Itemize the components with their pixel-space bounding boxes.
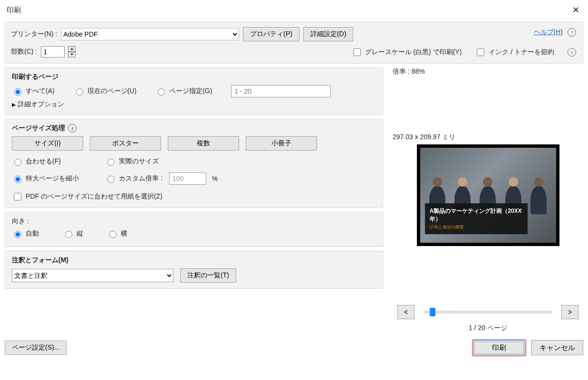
comments-select[interactable]: 文書と注釈 <box>12 269 174 282</box>
sizing-multiple-button[interactable]: 複数 <box>168 136 239 151</box>
grayscale-label: グレースケール (白黒) で印刷(Y) <box>365 48 462 57</box>
grayscale-checkbox[interactable]: グレースケール (白黒) で印刷(Y) <box>351 47 462 57</box>
print-button[interactable]: 印刷 <box>473 340 525 355</box>
page-setup-button[interactable]: ページ設定(S)... <box>5 341 67 355</box>
sizing-shrink-radio[interactable]: 特大ページを縮小 <box>12 174 105 183</box>
page-range-input[interactable] <box>231 85 331 97</box>
preview-caption-sub: 計画と進捗の概要 <box>430 224 523 230</box>
triangle-right-icon: ▶ <box>12 102 16 108</box>
percent-label: % <box>212 175 218 182</box>
preview-prev-button[interactable]: < <box>397 305 414 319</box>
pages-current-radio[interactable]: 現在のページ(U) <box>74 87 136 95</box>
save-ink-label: インク / トナーを節約 <box>489 48 554 57</box>
comments-panel: 注釈とフォーム(M) 文書と注釈 注釈の一覧(T) <box>5 251 383 289</box>
sizing-fit-radio[interactable]: 合わせる(F) <box>12 157 105 166</box>
slider-thumb-icon[interactable] <box>430 308 435 316</box>
page-sizing-panel: ページサイズ処理 i サイズ(I) ポスター 複数 小冊子 合わせる(F) <box>5 119 383 208</box>
orient-landscape-radio[interactable]: 横 <box>107 229 127 238</box>
preview-page-slider[interactable] <box>424 311 552 314</box>
printer-section: ヘルプ(H) ? プリンター(N) : Adobe PDF プロパティ(P) 詳… <box>5 22 583 64</box>
preview-scale-label: 倍率 : 88% <box>393 67 583 76</box>
pages-all-radio[interactable]: すべて(A) <box>12 87 55 95</box>
preview-next-button[interactable]: > <box>561 305 578 319</box>
orientation-heading: 向き : <box>12 217 376 226</box>
grayscale-checkbox-input[interactable] <box>353 48 361 56</box>
pages-advanced-toggle[interactable]: ▶ 詳細オプション <box>12 100 376 109</box>
sizing-heading: ページサイズ処理 <box>12 124 65 133</box>
pages-to-print-panel: 印刷するページ すべて(A) 現在のページ(U) ページ指定(G) <box>5 67 383 115</box>
sizing-actual-radio[interactable]: 実際のサイズ <box>105 157 376 166</box>
properties-button[interactable]: プロパティ(P) <box>243 27 299 41</box>
preview-dimensions: 297.03 x 209.97 ミリ <box>393 133 583 142</box>
save-ink-checkbox-input[interactable] <box>477 48 484 56</box>
cancel-button[interactable]: キャンセル <box>531 340 583 355</box>
dialog-title: 印刷 <box>7 6 21 15</box>
sizing-info-icon[interactable]: i <box>68 124 77 133</box>
match-paper-checkbox[interactable]: PDF のページサイズに合わせて用紙を選択(Z) <box>12 191 376 202</box>
copies-down-icon[interactable]: ▼ <box>68 52 76 57</box>
pages-heading: 印刷するページ <box>12 73 376 81</box>
custom-scale-input[interactable] <box>169 172 206 185</box>
preview-caption-title: A製品のマーケティング計画（20XX年） <box>430 207 523 223</box>
orient-auto-radio[interactable]: 自動 <box>12 229 39 238</box>
orient-portrait-radio[interactable]: 縦 <box>63 229 83 238</box>
sizing-poster-button[interactable]: ポスター <box>90 136 161 151</box>
printer-label: プリンター(N) : <box>11 30 57 38</box>
sizing-size-button[interactable]: サイズ(I) <box>12 136 83 151</box>
orientation-panel: 向き : 自動 縦 横 <box>5 212 383 247</box>
printer-select[interactable]: Adobe PDF <box>61 28 239 40</box>
print-preview: A製品のマーケティング計画（20XX年） 計画と進捗の概要 <box>417 144 559 246</box>
copies-label: 部数(C) : <box>11 48 37 56</box>
sizing-booklet-button[interactable]: 小冊子 <box>246 136 317 151</box>
ink-info-icon[interactable]: i <box>568 48 576 57</box>
help-info-icon[interactable]: ? <box>568 28 576 37</box>
preview-page-counter: 1 / 20 ページ <box>393 324 583 332</box>
preview-caption: A製品のマーケティング計画（20XX年） 計画と進捗の概要 <box>425 203 528 234</box>
comments-summary-button[interactable]: 注釈の一覧(T) <box>180 268 236 283</box>
save-ink-checkbox[interactable]: インク / トナーを節約 <box>475 47 554 57</box>
copies-up-icon[interactable]: ▲ <box>68 46 76 52</box>
advanced-settings-button[interactable]: 詳細設定(D) <box>303 27 353 41</box>
comments-heading: 注釈とフォーム(M) <box>12 256 376 265</box>
help-link[interactable]: ヘルプ(H) <box>534 28 563 37</box>
copies-input[interactable] <box>41 46 65 57</box>
sizing-custom-radio[interactable]: カスタム倍率 : % <box>105 172 376 185</box>
pages-range-radio[interactable]: ページ指定(G) <box>155 87 212 95</box>
close-icon[interactable]: ✕ <box>570 4 581 16</box>
